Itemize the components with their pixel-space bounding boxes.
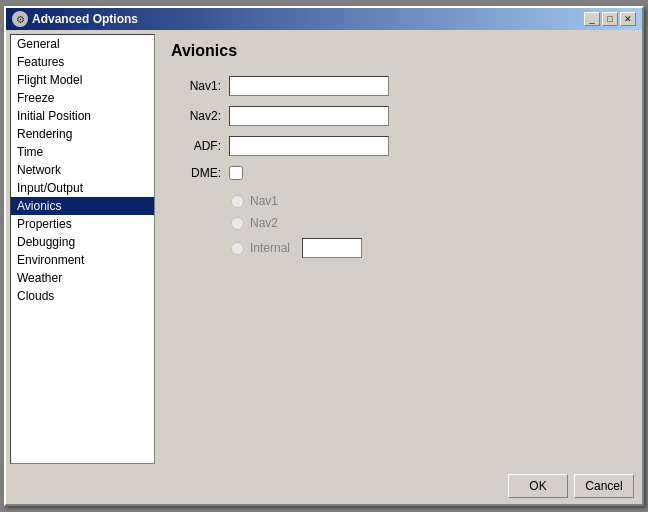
dme-internal-radio[interactable] <box>231 242 244 255</box>
adf-label: ADF: <box>171 139 221 153</box>
ok-button[interactable]: OK <box>508 474 568 498</box>
sidebar: GeneralFeaturesFlight ModelFreezeInitial… <box>10 34 155 464</box>
window-title: Advanced Options <box>32 12 138 26</box>
dme-label: DME: <box>171 166 221 180</box>
adf-input[interactable] <box>229 136 389 156</box>
main-window: ⚙ Advanced Options _ □ ✕ GeneralFeatures… <box>4 6 644 506</box>
dme-internal-input[interactable] <box>302 238 362 258</box>
close-button[interactable]: ✕ <box>620 12 636 26</box>
dme-nav2-row: Nav2 <box>231 216 626 230</box>
sidebar-item-time[interactable]: Time <box>11 143 154 161</box>
nav2-input[interactable] <box>229 106 389 126</box>
sidebar-item-avionics[interactable]: Avionics <box>11 197 154 215</box>
sidebar-item-clouds[interactable]: Clouds <box>11 287 154 305</box>
window-body: GeneralFeaturesFlight ModelFreezeInitial… <box>6 30 642 468</box>
sidebar-item-initial-position[interactable]: Initial Position <box>11 107 154 125</box>
titlebar: ⚙ Advanced Options _ □ ✕ <box>6 8 642 30</box>
nav1-input[interactable] <box>229 76 389 96</box>
sidebar-item-properties[interactable]: Properties <box>11 215 154 233</box>
sidebar-item-freeze[interactable]: Freeze <box>11 89 154 107</box>
sidebar-item-general[interactable]: General <box>11 35 154 53</box>
adf-row: ADF: <box>171 136 626 156</box>
window-icon: ⚙ <box>12 11 28 27</box>
sidebar-item-flight-model[interactable]: Flight Model <box>11 71 154 89</box>
nav1-label: Nav1: <box>171 79 221 93</box>
dme-radio-group: Nav1 Nav2 Internal <box>231 194 626 258</box>
section-title: Avionics <box>171 42 626 60</box>
dme-nav1-radio[interactable] <box>231 195 244 208</box>
sidebar-item-environment[interactable]: Environment <box>11 251 154 269</box>
nav2-row: Nav2: <box>171 106 626 126</box>
maximize-button[interactable]: □ <box>602 12 618 26</box>
dme-row: DME: <box>171 166 626 180</box>
dme-nav1-label: Nav1 <box>250 194 278 208</box>
sidebar-item-debugging[interactable]: Debugging <box>11 233 154 251</box>
sidebar-item-weather[interactable]: Weather <box>11 269 154 287</box>
dme-nav1-row: Nav1 <box>231 194 626 208</box>
dme-internal-row: Internal <box>231 238 626 258</box>
dme-nav2-label: Nav2 <box>250 216 278 230</box>
dme-nav2-radio[interactable] <box>231 217 244 230</box>
sidebar-item-features[interactable]: Features <box>11 53 154 71</box>
minimize-button[interactable]: _ <box>584 12 600 26</box>
dme-checkbox[interactable] <box>229 166 243 180</box>
sidebar-item-input-output[interactable]: Input/Output <box>11 179 154 197</box>
titlebar-buttons: _ □ ✕ <box>584 12 636 26</box>
sidebar-item-network[interactable]: Network <box>11 161 154 179</box>
nav1-row: Nav1: <box>171 76 626 96</box>
footer: OK Cancel <box>6 468 642 504</box>
nav2-label: Nav2: <box>171 109 221 123</box>
sidebar-item-rendering[interactable]: Rendering <box>11 125 154 143</box>
dme-internal-label: Internal <box>250 241 290 255</box>
titlebar-left: ⚙ Advanced Options <box>12 11 138 27</box>
cancel-button[interactable]: Cancel <box>574 474 634 498</box>
main-content: Avionics Nav1: Nav2: ADF: DME: Nav <box>159 34 638 464</box>
